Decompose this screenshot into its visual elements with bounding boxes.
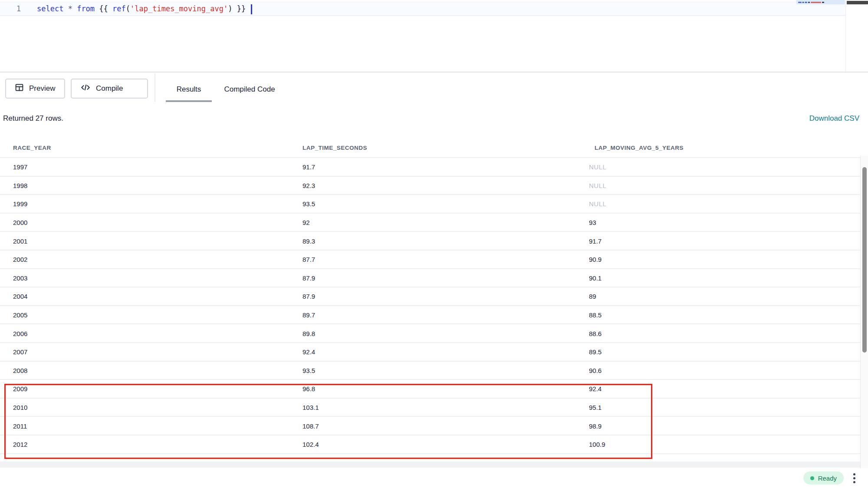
- vertical-scrollbar-thumb[interactable]: [862, 167, 867, 353]
- ready-status-badge[interactable]: Ready: [803, 472, 844, 485]
- table-cell: 91.7: [589, 237, 602, 244]
- table-cell: 92.4: [589, 385, 602, 392]
- ready-status-dot-icon: [810, 476, 814, 480]
- table-row: 200589.788.5: [0, 306, 860, 325]
- table-cell: NULL: [589, 163, 606, 171]
- editor-scrollbar-thumb[interactable]: [847, 1, 868, 4]
- table-cell: 93.5: [302, 200, 315, 208]
- column-header-race-year: RACE_YEAR: [13, 145, 51, 151]
- table-row: 200287.790.9: [0, 251, 860, 269]
- table-cell: 2007: [13, 348, 27, 356]
- table-cell: 89: [589, 293, 596, 300]
- paren-open: (: [126, 4, 130, 13]
- table-cell: 88.5: [589, 311, 602, 319]
- table-cell: 92: [302, 219, 310, 226]
- table-row: 200689.888.6: [0, 324, 860, 343]
- table-cell: 2001: [13, 237, 27, 244]
- table-cell: 1997: [13, 163, 27, 171]
- toolbar-divider: [155, 73, 155, 102]
- table-cell: 2000: [13, 219, 27, 226]
- minimap-code-mark: [798, 2, 802, 3]
- table-cell: NULL: [589, 200, 606, 208]
- download-csv-link[interactable]: Download CSV: [809, 114, 859, 123]
- table-cell: 102.4: [302, 441, 319, 448]
- minimap-code-mark: [802, 2, 804, 3]
- preview-button[interactable]: Preview: [5, 79, 65, 99]
- table-cell: 98.9: [589, 422, 602, 429]
- compile-button-label: Compile: [96, 84, 123, 93]
- table-row: 2010103.195.1: [0, 399, 860, 417]
- table-row: 20009293: [0, 214, 860, 232]
- table-row: 2011108.798.9: [0, 417, 860, 435]
- sql-keyword-select: select: [37, 4, 63, 13]
- text-cursor: [251, 4, 252, 14]
- table-cell: 92.4: [302, 348, 315, 356]
- kebab-menu-icon[interactable]: [850, 469, 858, 487]
- table-cell: 2012: [13, 441, 27, 448]
- table-cell: 2011: [13, 422, 27, 429]
- table-cell: 100.9: [589, 441, 605, 448]
- table-cell: 2008: [13, 366, 27, 374]
- table-cell: 89.5: [589, 348, 602, 356]
- table-cell: 2006: [13, 330, 27, 337]
- horizontal-scrollbar[interactable]: [0, 462, 860, 468]
- editor-line-number: 1: [0, 2, 21, 16]
- table-row: 200189.391.7: [0, 232, 860, 251]
- row-count-summary: Returned 27 rows.: [3, 114, 63, 123]
- table-cell: 89.7: [302, 311, 315, 319]
- table-row: 200487.989: [0, 287, 860, 306]
- table-row: 199993.5NULL: [0, 195, 860, 214]
- code-brackets-icon: [80, 83, 91, 94]
- editor-right-divider: [845, 0, 846, 72]
- column-header-lap-moving-avg-5-years: LAP_MOVING_AVG_5_YEARS: [595, 145, 684, 151]
- table-cell: 90.1: [589, 274, 602, 281]
- table-cell: 1999: [13, 200, 27, 208]
- vertical-scrollbar[interactable]: [861, 155, 868, 468]
- table-cell: NULL: [589, 181, 606, 189]
- ready-status-label: Ready: [818, 475, 837, 482]
- table-cell: 103.1: [302, 404, 319, 411]
- table-cell: 87.9: [302, 293, 315, 300]
- table-cell: 108.7: [302, 422, 319, 429]
- table-row: 200387.990.1: [0, 269, 860, 288]
- tab-results[interactable]: Results: [166, 78, 212, 101]
- minimap-code-mark: [822, 2, 824, 3]
- table-row: 200893.590.6: [0, 362, 860, 380]
- paren-close: ): [228, 4, 232, 13]
- minimap-code-mark: [811, 2, 821, 3]
- jinja-open-braces: {{: [95, 4, 112, 13]
- table-cell: 89.3: [302, 237, 315, 244]
- table-cell: 90.9: [589, 256, 602, 263]
- table-cell: 96.8: [302, 385, 315, 392]
- table-cell: 88.6: [589, 330, 602, 337]
- table-cell: 92.3: [302, 181, 315, 189]
- preview-button-label: Preview: [29, 84, 55, 93]
- compile-button[interactable]: Compile: [71, 79, 148, 99]
- model-name-string: 'lap_times_moving_avg': [130, 4, 228, 13]
- code-editor[interactable]: 1 select * from {{ ref('lap_times_moving…: [0, 0, 868, 72]
- table-cell: 2003: [13, 274, 27, 281]
- tab-compiled-code[interactable]: Compiled Code: [214, 78, 286, 101]
- column-header-lap-time-seconds: LAP_TIME_SECONDS: [302, 145, 367, 151]
- table-row: 199892.3NULL: [0, 177, 860, 195]
- editor-code-line[interactable]: select * from {{ ref('lap_times_moving_a…: [37, 2, 252, 16]
- table-row: 200792.489.5: [0, 343, 860, 362]
- table-cell: 2009: [13, 385, 27, 392]
- table-cell: 2002: [13, 256, 27, 263]
- table-cell: 89.8: [302, 330, 315, 337]
- table-cell: 95.1: [589, 404, 602, 411]
- table-cell: 2010: [13, 404, 27, 411]
- sql-keyword-from: from: [77, 4, 95, 13]
- table-cell: 2004: [13, 293, 27, 300]
- table-cell: 87.7: [302, 256, 315, 263]
- table-cell: 93.5: [302, 366, 315, 374]
- minimap-code-mark: [805, 2, 807, 3]
- status-bar: Ready: [0, 468, 868, 488]
- jinja-ref-function: ref: [112, 4, 126, 13]
- table-cell: 93: [589, 219, 596, 226]
- editor-minimap[interactable]: [796, 0, 845, 4]
- table-cell: 87.9: [302, 274, 315, 281]
- table-row: 199791.7NULL: [0, 158, 860, 177]
- table-cell: 1998: [13, 181, 27, 189]
- sql-star-operator: *: [63, 4, 77, 13]
